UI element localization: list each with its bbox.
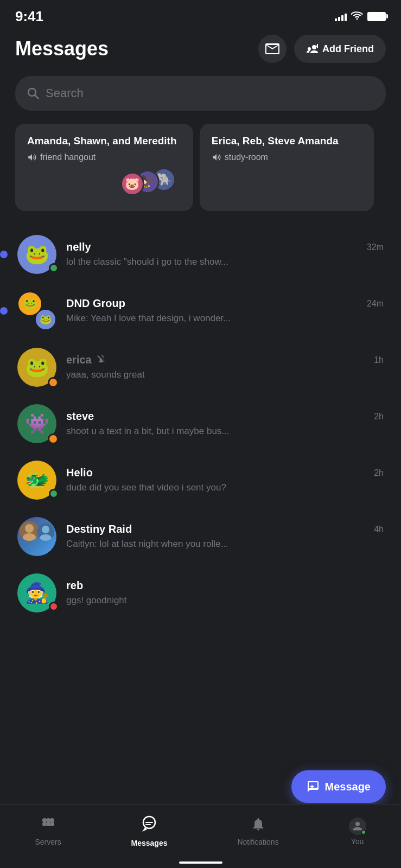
mail-button[interactable] xyxy=(258,35,287,63)
message-content-erica: erica 1h yaaa, sounds great xyxy=(66,354,384,380)
message-preview-dnd: Mike: Yeah I love that design, i wonder.… xyxy=(66,313,384,324)
voice-card-1-name: Amanda, Shawn, and Meredith xyxy=(27,135,181,148)
voice-card-2-name: Erica, Reb, Steve Amanda xyxy=(212,135,362,148)
svg-point-5 xyxy=(40,534,52,541)
avatar-wrap-nelly: 🐸 xyxy=(17,235,56,274)
dnd-dot-reb xyxy=(49,602,59,611)
message-name-row-erica: erica 1h xyxy=(66,354,384,366)
message-time-helio: 2h xyxy=(374,468,384,478)
voice-card-2[interactable]: Erica, Reb, Steve Amanda study-room xyxy=(200,124,374,211)
avatar-destiny xyxy=(17,517,56,556)
battery-icon xyxy=(367,12,386,21)
mute-icon-erica xyxy=(96,354,106,366)
avatar-wrap-helio: 🐲 xyxy=(17,461,56,500)
avatar-wrap-reb: 🧙 xyxy=(17,573,56,612)
speaker-icon xyxy=(27,152,37,162)
message-plus-icon xyxy=(307,780,320,793)
status-time: 9:41 xyxy=(15,8,43,25)
message-content-nelly: nelly 32m lol the classic "should i go t… xyxy=(66,241,384,267)
wifi-icon xyxy=(351,10,363,23)
avatar-dnd-sub: 🐸 xyxy=(35,309,56,330)
status-steve xyxy=(48,433,59,444)
svg-point-2 xyxy=(25,524,34,533)
nav-label-you: You xyxy=(351,837,364,846)
search-icon xyxy=(27,87,39,99)
nav-label-messages: Messages xyxy=(131,839,168,847)
add-friend-label: Add Friend xyxy=(322,43,374,55)
message-name-nelly: nelly xyxy=(66,241,91,253)
nav-item-you[interactable]: You xyxy=(336,813,379,850)
svg-line-1 xyxy=(35,95,39,99)
you-icon xyxy=(349,818,366,835)
message-time-steve: 2h xyxy=(374,412,384,422)
svg-point-10 xyxy=(46,822,50,826)
message-name-helio: Helio xyxy=(66,467,93,479)
voice-card-1[interactable]: Amanda, Shawn, and Meredith friend hango… xyxy=(15,124,193,211)
voice-card-1-avatars: 🐘 🦅 🐷 xyxy=(27,168,181,200)
message-name-erica: erica xyxy=(66,354,106,366)
message-content-dnd: DND Group 24m Mike: Yeah I love that des… xyxy=(66,297,384,324)
message-content-helio: Helio 2h dude did you see that video i s… xyxy=(66,467,384,493)
add-friend-button[interactable]: Add Friend xyxy=(294,35,386,63)
svg-point-6 xyxy=(42,818,47,822)
message-name-row-steve: steve 2h xyxy=(66,410,384,423)
status-erica xyxy=(48,377,59,388)
message-item-steve[interactable]: 👾 steve 2h shoot u a text in a bit, but … xyxy=(10,395,391,452)
message-name-dnd: DND Group xyxy=(66,297,125,310)
avatar-wrap-steve: 👾 xyxy=(17,404,56,443)
svg-point-9 xyxy=(42,822,47,826)
message-content-reb: reb ggs! goodnight xyxy=(66,579,384,606)
message-preview-erica: yaaa, sounds great xyxy=(66,369,384,380)
svg-point-11 xyxy=(50,822,54,826)
voice-card-2-channel: study-room xyxy=(212,152,362,162)
message-list: 🐸 nelly 32m lol the classic "should i go… xyxy=(0,226,401,621)
avatar-wrap-destiny xyxy=(17,517,56,556)
message-content-destiny: Destiny Raid 4h Caitlyn: lol at last nig… xyxy=(66,523,384,550)
nav-item-notifications[interactable]: Notifications xyxy=(224,812,291,851)
message-name-row-nelly: nelly 32m xyxy=(66,241,384,253)
servers-icon xyxy=(41,816,56,835)
message-item-dnd-group[interactable]: 🐸 🐸 DND Group 24m Mike: Yeah I love that… xyxy=(10,283,391,339)
signal-icon xyxy=(335,11,347,21)
message-name-steve: steve xyxy=(66,410,94,423)
search-bar[interactable] xyxy=(15,76,386,111)
nav-label-servers: Servers xyxy=(35,838,61,846)
message-preview-helio: dude did you see that video i sent you? xyxy=(66,482,384,493)
message-name-reb: reb xyxy=(66,579,83,592)
message-item-helio[interactable]: 🐲 Helio 2h dude did you see that video i… xyxy=(10,452,391,508)
message-name-destiny: Destiny Raid xyxy=(66,523,132,535)
message-name-row-reb: reb xyxy=(66,579,384,592)
bottom-nav: Servers Messages Notifications xyxy=(0,804,401,868)
new-message-fab[interactable]: Message xyxy=(291,770,386,803)
message-time-nelly: 32m xyxy=(367,242,384,252)
message-preview-reb: ggs! goodnight xyxy=(66,595,384,606)
search-input[interactable] xyxy=(46,86,374,100)
nav-item-servers[interactable]: Servers xyxy=(22,812,74,851)
avatar-wrap-erica: 🐸 xyxy=(17,348,56,387)
unread-indicator-dnd xyxy=(0,307,8,315)
home-indicator xyxy=(179,861,222,864)
svg-point-8 xyxy=(50,818,54,822)
message-name-row-destiny: Destiny Raid 4h xyxy=(66,523,384,535)
svg-point-3 xyxy=(23,533,36,541)
header: Messages Add Friend xyxy=(0,29,401,72)
message-preview-nelly: lol the classic "should i go to the show… xyxy=(66,257,384,267)
message-item-destiny-raid[interactable]: Destiny Raid 4h Caitlyn: lol at last nig… xyxy=(10,508,391,565)
avatar-wrap-dnd: 🐸 🐸 xyxy=(17,291,56,330)
message-name-row-helio: Helio 2h xyxy=(66,467,384,479)
voice-card-1-channel-name: friend hangout xyxy=(40,152,96,162)
message-item-erica[interactable]: 🐸 erica 1h yaaa, sounds great xyxy=(10,339,391,395)
notifications-icon xyxy=(251,816,266,835)
message-time-erica: 1h xyxy=(374,355,384,365)
voice-card-2-channel-name: study-room xyxy=(225,152,268,162)
voice-card-1-channel: friend hangout xyxy=(27,152,181,162)
svg-point-4 xyxy=(42,526,49,533)
page-title: Messages xyxy=(15,37,109,60)
message-item-nelly[interactable]: 🐸 nelly 32m lol the classic "should i go… xyxy=(10,226,391,283)
voice-channels-row: Amanda, Shawn, and Meredith friend hango… xyxy=(0,124,401,211)
message-time-dnd: 24m xyxy=(367,299,384,309)
messages-nav-icon xyxy=(141,815,158,837)
nav-item-messages[interactable]: Messages xyxy=(118,811,181,852)
message-preview-steve: shoot u a text in a bit, but i maybe bus… xyxy=(66,426,384,437)
message-item-reb[interactable]: 🧙 reb ggs! goodnight xyxy=(10,565,391,621)
